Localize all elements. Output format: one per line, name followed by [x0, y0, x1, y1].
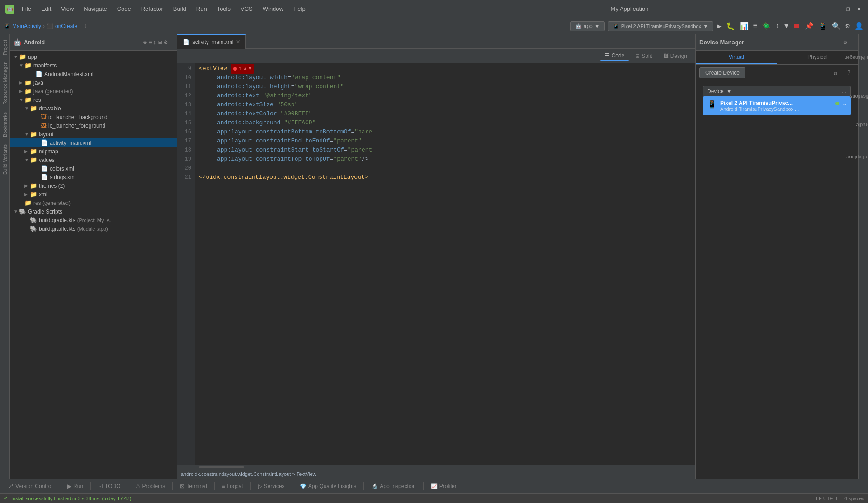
close-button[interactable]: ✕ — [855, 5, 863, 13]
device-manager-settings-icon[interactable]: ⚙ — [843, 38, 847, 46]
view-code-btn[interactable]: ☰ Code — [600, 51, 629, 61]
code-area[interactable]: ▼ <extView 1 ∧ ∨ android:layout_width="w… — [195, 63, 695, 465]
run-icon[interactable]: ▶ — [716, 21, 722, 32]
horizontal-scrollbar[interactable] — [177, 465, 695, 469]
menu-build[interactable]: Build — [169, 4, 191, 14]
status-indent[interactable]: 4 spaces — [844, 496, 864, 501]
device-manager-minimize-icon[interactable]: — — [851, 39, 854, 46]
device-selector[interactable]: Device ▼ … — [703, 86, 851, 96]
attach-icon[interactable]: 📌 — [804, 21, 815, 32]
inspection-icon: 🔬 — [371, 483, 378, 489]
tree-item-drawable[interactable]: ▼ 📁 drawable — [10, 104, 177, 113]
stop-icon[interactable]: ⏹ — [792, 21, 801, 31]
menu-refactor[interactable]: Refactor — [137, 4, 168, 14]
panel-sort-icon[interactable]: ≡↕ — [149, 39, 156, 46]
bt-profiler[interactable]: 📈 Profiler — [427, 482, 460, 491]
search-icon[interactable]: 🔍 — [831, 21, 842, 32]
tree-item-ic-fg[interactable]: 🖼 ic_launcher_foreground — [10, 121, 177, 130]
tree-item-colors[interactable]: 📄 colors.xml — [10, 164, 177, 173]
tree-item-res[interactable]: ▼ 📁 res — [10, 95, 177, 104]
tree-item-themes[interactable]: ▶ 📁 themes (2) — [10, 181, 177, 190]
tree-item-ic-bg[interactable]: 🖼 ic_launcher_background — [10, 113, 177, 121]
coverage-icon[interactable]: 📊 — [739, 21, 750, 32]
sidebar-tab-gradle[interactable]: Gradle — [852, 121, 868, 129]
status-encoding[interactable]: LF UTF-8 — [816, 496, 837, 501]
tree-item-mipmap[interactable]: ▶ 📁 mipmap — [10, 147, 177, 156]
bt-run[interactable]: ▶ Run — [64, 482, 87, 491]
scroll-thumb[interactable] — [199, 466, 244, 468]
tab-virtual[interactable]: Virtual — [696, 51, 777, 64]
sidebar-tab-device-explorer[interactable]: Device Explorer — [842, 153, 868, 161]
tab-close-icon[interactable]: ✕ — [236, 39, 240, 45]
bt-todo[interactable]: ☑ TODO — [94, 482, 124, 491]
profile-icon[interactable]: ≡ — [752, 21, 759, 31]
tree-item-java[interactable]: ▶ 📁 java — [10, 78, 177, 87]
sync-icon[interactable]: ↕ — [774, 21, 781, 31]
breadcrumb-mainactivity[interactable]: MainActivity — [12, 23, 41, 29]
device-dropdown-icon[interactable]: ▼ — [726, 88, 732, 95]
tree-item-strings[interactable]: 📄 strings.xml — [10, 173, 177, 181]
bt-problems[interactable]: ⚠ Problems — [132, 482, 169, 491]
menu-file[interactable]: File — [17, 4, 36, 14]
menu-tools[interactable]: Tools — [212, 4, 235, 14]
tree-item-gradle-scripts[interactable]: ▼ 🐘 Gradle Scripts — [10, 207, 177, 216]
bt-terminal[interactable]: ⊠ Terminal — [176, 482, 210, 491]
menu-navigate[interactable]: Navigate — [79, 4, 111, 14]
tree-item-build-kts2[interactable]: 🐘 build.gradle.kts (Module :app) — [10, 224, 177, 233]
tree-item-layout[interactable]: ▼ 📁 layout — [10, 130, 177, 138]
settings-icon[interactable]: ⚙ — [844, 21, 851, 32]
sidebar-tab-build-variants[interactable]: Build Variants — [1, 141, 9, 178]
panel-minimize-icon[interactable]: — — [170, 39, 173, 46]
help-icon[interactable]: ? — [844, 67, 854, 78]
sidebar-tab-device-manager-right[interactable]: Device Manager — [841, 54, 868, 62]
debug-icon[interactable]: 🐛 — [725, 21, 736, 32]
menu-view[interactable]: View — [57, 4, 78, 14]
menu-help[interactable]: Help — [289, 4, 310, 14]
account-icon[interactable]: 👤 — [854, 21, 864, 32]
sidebar-tab-resource-manager[interactable]: Resource Manager — [1, 59, 9, 109]
menu-code[interactable]: Code — [113, 4, 136, 14]
sidebar-tab-project[interactable]: Project — [1, 36, 9, 59]
bt-app-quality[interactable]: 💎 App Quality Insights — [296, 482, 360, 491]
tree-item-values[interactable]: ▼ 📁 values — [10, 156, 177, 164]
menu-vcs[interactable]: VCS — [236, 4, 257, 14]
tree-item-java-gen[interactable]: ▶ 📁 java (generated) — [10, 87, 177, 95]
bt-services[interactable]: ▷ Services — [255, 482, 288, 491]
view-design-btn[interactable]: 🖼 Design — [659, 52, 692, 61]
tree-item-xml[interactable]: ▶ 📁 xml — [10, 190, 177, 199]
bug-icon[interactable]: 🪲 — [761, 21, 772, 32]
view-split-btn[interactable]: ⊟ Split — [631, 52, 656, 61]
app-selector-btn[interactable]: 🤖 app ▼ — [570, 21, 605, 31]
minimize-button[interactable]: — — [834, 5, 841, 13]
device-options-icon[interactable]: … — [843, 100, 846, 107]
sidebar-tab-notifications[interactable]: Notifications — [846, 93, 868, 101]
menu-edit[interactable]: Edit — [37, 4, 56, 14]
editor-tab-activity-main[interactable]: 📄 activity_main.xml ✕ — [177, 34, 246, 49]
tree-item-app[interactable]: ▼ 📁 app — [10, 52, 177, 61]
tree-item-build-kts1[interactable]: 🐘 build.gradle.kts (Project: My_A... — [10, 216, 177, 224]
menu-window[interactable]: Window — [258, 4, 288, 14]
refresh-icon[interactable]: ↺ — [830, 67, 841, 78]
tree-item-res-gen[interactable]: 📁 res (generated) — [10, 199, 177, 207]
tree-item-androidmanifest[interactable]: 📄 AndroidManifest.xml — [10, 70, 177, 78]
device-item-pixel2[interactable]: 📱 Pixel 2 API TiramisuPrivac... Android … — [703, 96, 851, 115]
breadcrumb-activity[interactable]: 📱 — [4, 23, 10, 29]
breadcrumb-constraintlayout[interactable]: androidx.constraintlayout.widget.Constra… — [181, 471, 316, 477]
maximize-button[interactable]: ❐ — [844, 5, 852, 13]
error-badge-9[interactable]: 1 ∧ ∨ — [231, 64, 254, 74]
bt-app-inspection[interactable]: 🔬 App Inspection — [368, 482, 419, 491]
sidebar-tab-bookmarks[interactable]: Bookmarks — [1, 109, 9, 141]
tree-item-manifests[interactable]: ▼ 📁 manifests — [10, 61, 177, 70]
panel-add-icon[interactable]: ⊕ — [143, 38, 146, 46]
bt-logcat[interactable]: ≡ Logcat — [218, 482, 247, 491]
breadcrumb-oncreate[interactable]: onCreate — [55, 23, 77, 29]
dropdown-icon[interactable]: ▼ — [783, 21, 790, 31]
panel-filter-icon[interactable]: ⊞ — [158, 38, 162, 46]
create-device-button[interactable]: Create Device — [699, 67, 745, 78]
bt-version-control[interactable]: ⎇ Version Control — [4, 482, 56, 491]
panel-settings-icon[interactable]: ⚙ — [164, 38, 167, 46]
menu-run[interactable]: Run — [192, 4, 212, 14]
device-icon[interactable]: 📱 — [817, 21, 828, 32]
device-selector-btn[interactable]: 📱 Pixel 2 API TiramisuPrivacySandbox ▼ — [608, 21, 713, 31]
tree-item-activity-main[interactable]: 📄 activity_main.xml — [10, 138, 177, 147]
